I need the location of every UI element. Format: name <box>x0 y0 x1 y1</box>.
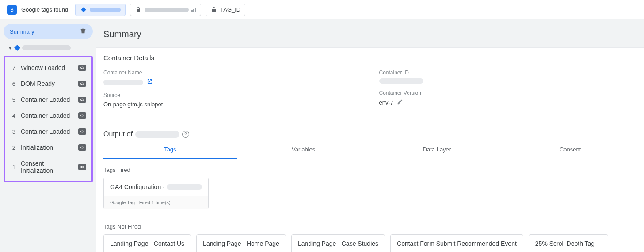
event-number: 2 <box>10 144 15 151</box>
event-name: Container Loaded <box>21 112 73 119</box>
container-chip-3[interactable]: TAG_ID <box>206 4 245 16</box>
event-item[interactable]: 6 DOM Ready <> <box>5 76 91 92</box>
code-icon: <> <box>78 112 86 119</box>
source-value: On-page gtm.js snippet <box>103 101 362 108</box>
code-icon: <> <box>78 65 86 71</box>
container-version-value: env-7 <box>379 99 394 106</box>
redacted-placeholder <box>167 184 202 190</box>
container-name-label: Container Name <box>103 70 362 76</box>
tab-consent[interactable]: Consent <box>503 141 637 159</box>
container-chip-1[interactable] <box>75 4 126 16</box>
caret-down-icon: ▼ <box>8 46 12 50</box>
tags-count-badge: 3 <box>7 5 17 15</box>
event-number: 7 <box>10 65 15 71</box>
event-list: 7 Window Loaded <>6 DOM Ready <>5 Contai… <box>4 56 93 182</box>
page-breadcrumb[interactable]: ▼ <box>4 43 93 53</box>
redacted-placeholder <box>103 80 143 85</box>
event-name: Initialization <box>21 144 73 151</box>
tag-diamond-icon <box>80 6 87 13</box>
redacted-placeholder <box>145 8 189 12</box>
tag-card[interactable]: Contact Form Submit Recommended Event Go… <box>390 234 523 252</box>
tag-diamond-icon <box>14 45 20 51</box>
event-item[interactable]: 7 Window Loaded <> <box>5 60 91 76</box>
code-icon: <> <box>78 164 86 170</box>
event-number: 4 <box>10 112 15 119</box>
container-details-heading: Container Details <box>96 48 644 66</box>
analytics-icon <box>191 7 196 12</box>
svg-rect-0 <box>81 7 86 12</box>
tags-fired-label: Tags Fired <box>103 167 637 173</box>
edit-icon[interactable] <box>397 99 403 106</box>
event-item[interactable]: 1 Consent Initialization <> <box>5 155 91 178</box>
tag-card-title: Landing Page - Contact Us <box>104 235 191 252</box>
lock-icon <box>210 6 217 13</box>
redacted-placeholder <box>90 8 121 12</box>
redacted-placeholder <box>135 131 179 138</box>
external-link-icon[interactable] <box>147 78 153 86</box>
tag-card-title: Landing Page - Home Page <box>197 235 286 252</box>
source-label: Source <box>103 92 362 98</box>
tag-card[interactable]: Landing Page - Contact Us Google Analyti… <box>103 234 191 252</box>
redacted-placeholder <box>379 78 423 84</box>
event-item[interactable]: 2 Initialization <> <box>5 140 91 155</box>
tag-card-title: Landing Page - Case Studies <box>292 235 385 252</box>
top-bar: 3 Google tags found TAG_ID <box>0 0 644 19</box>
tab-variables[interactable]: Variables <box>237 141 370 159</box>
tags-not-fired-label: Tags Not Fired <box>103 223 637 230</box>
event-name: Window Loaded <box>21 64 73 71</box>
tab-data-layer[interactable]: Data Layer <box>370 141 504 159</box>
code-icon: <> <box>78 97 86 103</box>
tag-card[interactable]: Landing Page - Case Studies Google Analy… <box>291 234 385 252</box>
page-title: Summary <box>96 19 644 47</box>
event-item[interactable]: 3 Container Loaded <> <box>5 124 91 140</box>
tag-card[interactable]: 25% Scroll Depth Tag Google Analytics: G… <box>529 234 608 252</box>
event-number: 1 <box>10 164 15 171</box>
summary-label: Summary <box>10 28 34 35</box>
tags-found-label: Google tags found <box>21 6 68 13</box>
tag-card-title: GA4 Configuration - <box>104 178 208 196</box>
redacted-placeholder <box>22 45 71 50</box>
event-number: 6 <box>10 81 15 87</box>
help-icon[interactable]: ? <box>182 131 189 138</box>
code-icon: <> <box>78 144 86 151</box>
clear-icon[interactable] <box>80 27 87 36</box>
event-name: Container Loaded <box>21 128 73 135</box>
summary-nav-item[interactable]: Summary <box>4 24 93 39</box>
output-heading: Output of ? <box>96 122 644 141</box>
event-item[interactable]: 5 Container Loaded <> <box>5 92 91 108</box>
tag-card[interactable]: Landing Page - Home Page Google Analytic… <box>196 234 286 252</box>
tag-id-label: TAG_ID <box>220 6 240 13</box>
code-icon: <> <box>78 128 86 135</box>
event-name: Consent Initialization <box>21 160 73 174</box>
event-name: Container Loaded <box>21 96 73 103</box>
sidebar: Summary ▼ 7 Window Loaded <>6 DOM Ready … <box>0 19 96 252</box>
lock-icon <box>135 6 142 13</box>
tag-card-subtitle: Google Tag - Fired 1 time(s) <box>104 196 208 209</box>
container-version-label: Container Version <box>379 90 637 96</box>
event-number: 5 <box>10 97 15 103</box>
container-id-label: Container ID <box>379 70 637 76</box>
event-item[interactable]: 4 Container Loaded <> <box>5 108 91 124</box>
main-content: Summary Container Details Container Name <box>96 19 644 252</box>
tag-card-title: 25% Scroll Depth Tag <box>529 235 608 252</box>
tab-tags[interactable]: Tags <box>103 141 237 159</box>
tag-card-title: Contact Form Submit Recommended Event <box>391 235 523 252</box>
code-icon: <> <box>78 81 86 87</box>
tag-card[interactable]: GA4 Configuration - Google Tag - Fired 1… <box>103 178 209 209</box>
event-name: DOM Ready <box>21 80 73 87</box>
container-chip-2[interactable] <box>130 4 201 16</box>
event-number: 3 <box>10 128 15 135</box>
output-tabs: TagsVariablesData LayerConsent <box>96 141 644 159</box>
